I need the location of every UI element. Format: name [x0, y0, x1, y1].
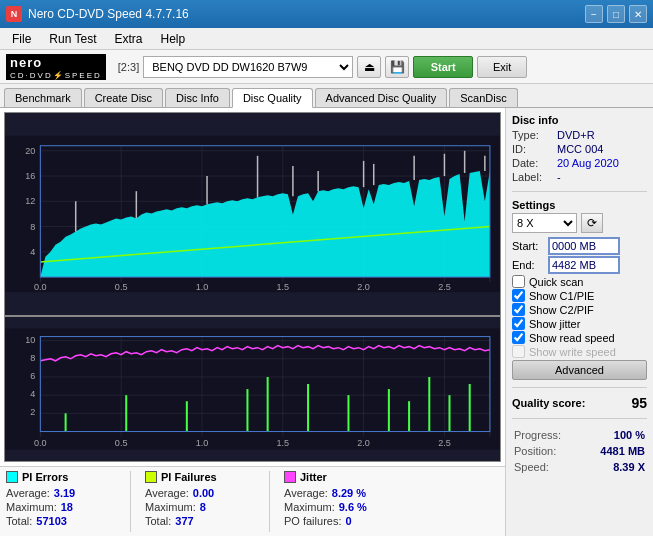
- start-label: Start:: [512, 240, 544, 252]
- svg-text:0.5: 0.5: [115, 437, 128, 447]
- jitter-avg-val: 8.29 %: [332, 487, 366, 499]
- advanced-button[interactable]: Advanced: [512, 360, 647, 380]
- jitter-po-label: PO failures:: [284, 515, 341, 527]
- speed-row: 8 X ⟳: [512, 213, 647, 233]
- show-c2pif-checkbox[interactable]: [512, 303, 525, 316]
- pif-max-label: Maximum:: [145, 501, 196, 513]
- separator-1: [512, 191, 647, 192]
- show-jitter-checkbox[interactable]: [512, 317, 525, 330]
- tab-disc-quality[interactable]: Disc Quality: [232, 88, 313, 108]
- progress-table: Progress: 100 % Position: 4481 MB Speed:…: [512, 426, 647, 476]
- jitter-po-val: 0: [345, 515, 351, 527]
- pi-total-val: 57103: [36, 515, 67, 527]
- menu-extra[interactable]: Extra: [106, 30, 150, 48]
- quality-val: 95: [631, 395, 647, 411]
- pi-errors-chart: 20 16 12 8 4 20 16 12 8 4 0.0 0.5 1.0 1.…: [4, 112, 501, 316]
- show-write-speed-row: Show write speed: [512, 345, 647, 358]
- speed-select[interactable]: 8 X: [512, 213, 577, 233]
- pi-failures-label: PI Failures: [161, 471, 217, 483]
- quick-scan-row: Quick scan: [512, 275, 647, 288]
- date-label: Date:: [512, 156, 557, 170]
- menu-file[interactable]: File: [4, 30, 39, 48]
- svg-text:1.5: 1.5: [276, 437, 289, 447]
- drive-select[interactable]: BENQ DVD DD DW1620 B7W9: [143, 56, 353, 78]
- menu-run-test[interactable]: Run Test: [41, 30, 104, 48]
- pi-max-val: 18: [61, 501, 73, 513]
- settings-refresh-btn[interactable]: ⟳: [581, 213, 603, 233]
- speed-val: 8.39 X: [582, 460, 645, 474]
- charts-stats-panel: 20 16 12 8 4 20 16 12 8 4 0.0 0.5 1.0 1.…: [0, 108, 505, 536]
- quick-scan-label: Quick scan: [529, 276, 583, 288]
- main-content: 20 16 12 8 4 20 16 12 8 4 0.0 0.5 1.0 1.…: [0, 108, 653, 536]
- save-button[interactable]: 💾: [385, 56, 409, 78]
- drive-label-text: [2:3]: [118, 61, 139, 73]
- disc-info-title: Disc info: [512, 114, 647, 126]
- jitter-stats: Jitter Average: 8.29 % Maximum: 9.6 % PO…: [284, 471, 394, 532]
- svg-text:8: 8: [30, 222, 35, 232]
- speed-label: Speed:: [514, 460, 580, 474]
- show-write-speed-label: Show write speed: [529, 346, 616, 358]
- type-val: DVD+R: [557, 128, 647, 142]
- end-input[interactable]: [548, 256, 620, 274]
- tab-disc-info[interactable]: Disc Info: [165, 88, 230, 107]
- right-panel: Disc info Type: DVD+R ID: MCC 004 Date: …: [505, 108, 653, 536]
- id-val: MCC 004: [557, 142, 647, 156]
- tab-benchmark[interactable]: Benchmark: [4, 88, 82, 107]
- svg-text:12: 12: [25, 196, 35, 206]
- end-row: End:: [512, 256, 647, 274]
- position-label: Position:: [514, 444, 580, 458]
- position-val: 4481 MB: [582, 444, 645, 458]
- show-c2pif-row: Show C2/PIF: [512, 303, 647, 316]
- tab-create-disc[interactable]: Create Disc: [84, 88, 163, 107]
- quality-label: Quality score:: [512, 397, 585, 409]
- maximize-button[interactable]: □: [607, 5, 625, 23]
- title-bar: N Nero CD-DVD Speed 4.7.7.16 − □ ✕: [0, 0, 653, 28]
- svg-text:0.0: 0.0: [34, 437, 47, 447]
- pi-avg-val: 3.19: [54, 487, 75, 499]
- jitter-max-val: 9.6 %: [339, 501, 367, 513]
- minimize-button[interactable]: −: [585, 5, 603, 23]
- svg-text:20: 20: [25, 146, 35, 156]
- label-label: Label:: [512, 170, 557, 184]
- exit-button[interactable]: Exit: [477, 56, 527, 78]
- quick-scan-checkbox[interactable]: [512, 275, 525, 288]
- disc-info-section: Disc info Type: DVD+R ID: MCC 004 Date: …: [512, 114, 647, 184]
- tab-scandisc[interactable]: ScanDisc: [449, 88, 517, 107]
- svg-text:0.0: 0.0: [34, 282, 47, 292]
- show-c1pie-checkbox[interactable]: [512, 289, 525, 302]
- type-label: Type:: [512, 128, 557, 142]
- pi-failures-color: [145, 471, 157, 483]
- show-jitter-row: Show jitter: [512, 317, 647, 330]
- nero-logo: nero CD·DVD⚡SPEED: [6, 54, 106, 80]
- eject-button[interactable]: ⏏: [357, 56, 381, 78]
- svg-text:6: 6: [30, 371, 35, 381]
- show-jitter-label: Show jitter: [529, 318, 580, 330]
- menu-help[interactable]: Help: [153, 30, 194, 48]
- quality-score-row: Quality score: 95: [512, 395, 647, 411]
- svg-text:2: 2: [30, 407, 35, 417]
- separator-2: [512, 387, 647, 388]
- show-c1pie-label: Show C1/PIE: [529, 290, 594, 302]
- show-read-speed-checkbox[interactable]: [512, 331, 525, 344]
- pi-errors-label: PI Errors: [22, 471, 68, 483]
- progress-val: 100 %: [582, 428, 645, 442]
- nero-logo-top: nero: [6, 54, 106, 71]
- jitter-chart: 10 8 6 4 2 10 8 6 4 2 0.0 0.5 1.0 1.5: [4, 316, 501, 462]
- svg-text:10: 10: [25, 334, 35, 344]
- menu-bar: File Run Test Extra Help: [0, 28, 653, 50]
- stats-bar: PI Errors Average: 3.19 Maximum: 18 Tota…: [0, 466, 505, 536]
- pif-avg-val: 0.00: [193, 487, 214, 499]
- tab-bar: Benchmark Create Disc Disc Info Disc Qua…: [0, 84, 653, 108]
- nero-logo-bottom: CD·DVD⚡SPEED: [6, 71, 106, 80]
- svg-text:2.5: 2.5: [438, 437, 451, 447]
- id-label: ID:: [512, 142, 557, 156]
- start-row: Start:: [512, 237, 647, 255]
- tab-advanced-disc-quality[interactable]: Advanced Disc Quality: [315, 88, 448, 107]
- svg-text:2.0: 2.0: [357, 437, 370, 447]
- close-button[interactable]: ✕: [629, 5, 647, 23]
- end-label: End:: [512, 259, 544, 271]
- pif-total-label: Total:: [145, 515, 171, 527]
- start-button[interactable]: Start: [413, 56, 473, 78]
- title-text: Nero CD-DVD Speed 4.7.7.16: [28, 7, 189, 21]
- start-input[interactable]: [548, 237, 620, 255]
